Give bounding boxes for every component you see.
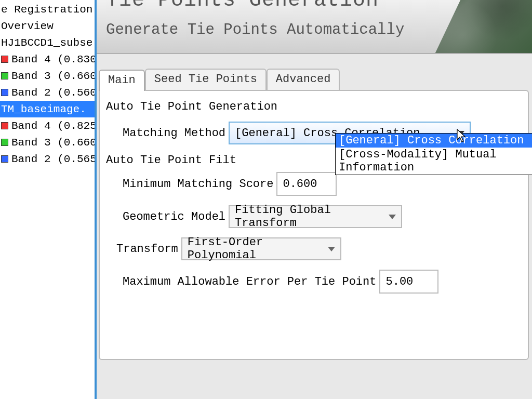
tree-item[interactable]: HJ1BCCD1_subse: [0, 34, 95, 51]
tree-label: Overview: [1, 20, 54, 32]
tab-advanced[interactable]: Advanced: [267, 69, 340, 90]
select-value: First-Order Polynomial: [188, 236, 322, 262]
tree-item-selected[interactable]: TM_baseimage.: [0, 101, 95, 117]
tree-item-band[interactable]: Band 4 (0.825: [0, 117, 95, 134]
tab-seed-tie-points[interactable]: Seed Tie Points: [145, 69, 267, 90]
header: Tie Points Generation Generate Tie Point…: [97, 0, 532, 54]
tree-item-band[interactable]: Band 3 (0.660: [0, 68, 95, 84]
matching-method-dropdown: [General] Cross Correlation [Cross-Modal…: [335, 133, 532, 175]
tree-label: HJ1BCCD1_subse: [1, 37, 92, 49]
sidebar: e Registration Overview HJ1BCCD1_subse B…: [0, 0, 97, 399]
tree-label: TM_baseimage.: [1, 103, 86, 115]
tree-item-band[interactable]: Band 2 (0.560: [0, 84, 95, 101]
min-score-label: Minimum Matching Score: [123, 178, 273, 191]
tab-label: Advanced: [276, 73, 331, 86]
tree-item-band[interactable]: Band 4 (0.830: [0, 51, 95, 68]
band-swatch-icon: [1, 122, 8, 129]
max-error-input[interactable]: [379, 270, 438, 294]
tree-label: Band 2 (0.560: [11, 87, 95, 99]
band-swatch-icon: [1, 139, 8, 146]
band-swatch-icon: [1, 89, 8, 96]
option-label: [Cross-Modality] Mutual Information: [339, 148, 497, 174]
matching-method-label: Matching Method: [123, 127, 225, 140]
tree-label: Band 2 (0.565: [11, 153, 95, 165]
tree-item[interactable]: e Registration: [0, 1, 95, 18]
band-swatch-icon: [1, 72, 8, 79]
select-value: Fitting Global Transform: [235, 204, 382, 230]
chevron-down-icon: [328, 247, 335, 251]
panel-main: Auto Tie Point Generation Matching Metho…: [99, 90, 529, 360]
section-title: Auto Tie Point Generation: [106, 100, 522, 113]
tree-label: e Registration: [1, 4, 92, 16]
tree-label: Band 3 (0.660: [11, 70, 95, 82]
band-swatch-icon: [1, 155, 8, 163]
geometric-model-label: Geometric Model: [123, 210, 225, 223]
transform-label: Transform: [116, 243, 178, 256]
tab-label: Seed Tie Points: [154, 73, 257, 86]
option-label: [General] Cross Correlation: [339, 134, 524, 147]
tree-label: Band 4 (0.830: [11, 54, 95, 65]
tabs: Main Seed Tie Points Advanced: [97, 69, 532, 90]
tree-label: Band 4 (0.825: [11, 120, 95, 132]
max-error-label: Maximum Allowable Error Per Tie Point: [123, 275, 376, 288]
dropdown-option[interactable]: [Cross-Modality] Mutual Information: [336, 148, 532, 175]
tree-label: Band 3 (0.660: [11, 137, 95, 149]
geometric-model-select[interactable]: Fitting Global Transform: [229, 205, 402, 228]
tree-item-band[interactable]: Band 2 (0.565: [0, 151, 95, 167]
dropdown-option[interactable]: [General] Cross Correlation: [336, 134, 532, 148]
chevron-down-icon: [389, 215, 396, 219]
min-score-input[interactable]: [276, 172, 337, 196]
band-swatch-icon: [1, 56, 8, 63]
transform-select[interactable]: First-Order Polynomial: [181, 237, 341, 260]
tree-item[interactable]: Overview: [0, 18, 95, 34]
main-area: Tie Points Generation Generate Tie Point…: [97, 0, 532, 399]
tab-main[interactable]: Main: [99, 70, 145, 91]
tree-item-band[interactable]: Band 3 (0.660: [0, 134, 95, 151]
tab-label: Main: [108, 74, 136, 87]
